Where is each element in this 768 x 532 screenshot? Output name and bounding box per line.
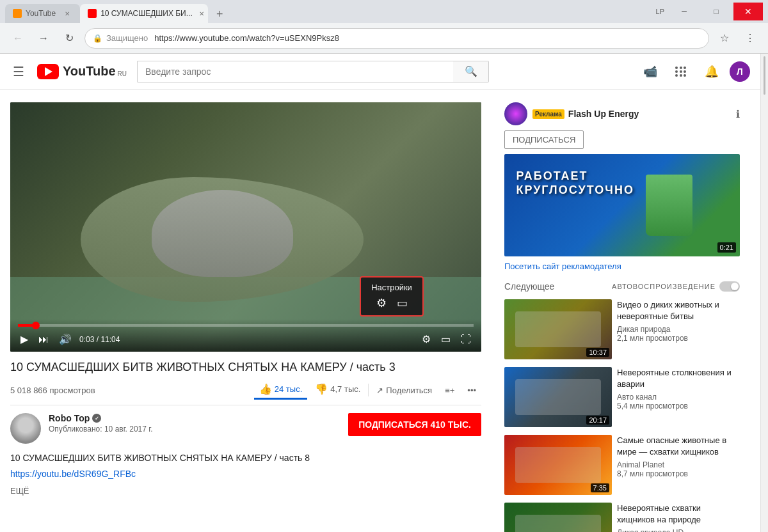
tab-close-lumpics[interactable]: ✕ bbox=[62, 8, 72, 19]
settings-icons-row: ⚙ ▭ bbox=[369, 296, 415, 310]
ad-subscribe-button[interactable]: ПОДПИСАТЬСЯ bbox=[504, 130, 584, 149]
video-info-2: Невероятные столкновения и аварии Авто к… bbox=[617, 367, 740, 427]
search-input[interactable] bbox=[137, 61, 453, 82]
stats-separator bbox=[368, 384, 369, 396]
video-info-3: Самые опасные животные в мире — схватки … bbox=[617, 435, 740, 495]
thumbs-up-icon: 👍 bbox=[259, 383, 272, 395]
dislike-button[interactable]: 👎 4,7 тыс. bbox=[310, 380, 365, 400]
apps-button[interactable] bbox=[668, 59, 694, 84]
maximize-button[interactable]: □ bbox=[701, 3, 731, 20]
time-current: 0:03 bbox=[79, 335, 94, 344]
like-section: 👍 24 тыс. 👎 4,7 тыс. ↗ Поделиться bbox=[254, 380, 481, 400]
youtube-logo-text: YouTube bbox=[63, 64, 116, 79]
like-count: 24 тыс. bbox=[275, 384, 302, 394]
minimize-button[interactable]: − bbox=[669, 3, 699, 20]
thumb-blur-3 bbox=[515, 447, 601, 483]
video-animal-shape bbox=[152, 190, 293, 278]
tabs-area: YouTube ✕ 10 СУМАСШЕДШИХ БИ... ✕ + bbox=[5, 0, 656, 23]
list-item[interactable]: 7:35 Самые опасные животные в мире — схв… bbox=[504, 435, 740, 495]
time-total: 11:04 bbox=[100, 335, 120, 344]
user-avatar[interactable]: Л bbox=[730, 61, 750, 82]
hamburger-menu-icon[interactable]: ☰ bbox=[10, 61, 27, 82]
progress-bar[interactable] bbox=[18, 324, 474, 327]
video-main: Настройки ⚙ ▭ bbox=[10, 102, 481, 532]
channel-avatar[interactable] bbox=[10, 413, 41, 444]
channel-avatar-image bbox=[10, 413, 41, 444]
address-bar: ← → ↻ 🔒 Защищено https://www.youtube.com… bbox=[0, 23, 768, 54]
list-item[interactable]: 10:37 Видео о диких животных и невероятн… bbox=[504, 299, 740, 359]
thumb-overlay-4 bbox=[504, 503, 612, 532]
video-views-1: 2,1 млн просмотров bbox=[617, 334, 740, 343]
tab-close-youtube[interactable]: ✕ bbox=[199, 8, 204, 19]
youtube-logo-icon bbox=[37, 64, 59, 79]
new-tab-button[interactable]: + bbox=[211, 5, 228, 23]
list-item[interactable]: 20:17 Невероятные столкновения и аварии … bbox=[504, 367, 740, 427]
apps-dot bbox=[680, 66, 682, 69]
youtube-logo[interactable]: YouTube RU bbox=[37, 64, 127, 79]
apps-dot bbox=[684, 74, 686, 77]
back-button[interactable]: ← bbox=[8, 28, 28, 49]
like-button[interactable]: 👍 24 тыс. bbox=[254, 380, 307, 400]
apps-dot bbox=[680, 74, 682, 77]
subscribe-button[interactable]: ПОДПИСАТЬСЯ 410 ТЫС. bbox=[348, 413, 481, 436]
miniplayer-button[interactable]: ▭ bbox=[438, 332, 453, 347]
autoplay-toggle[interactable] bbox=[719, 281, 740, 292]
close-window-button[interactable]: ✕ bbox=[733, 3, 763, 20]
video-title: 10 СУМАСШЕДШИХ БИТВ ЖИВОТНЫХ СНЯТЫХ НА К… bbox=[10, 359, 481, 375]
video-duration-2: 20:17 bbox=[586, 416, 609, 425]
next-button[interactable]: ⏭ bbox=[36, 332, 51, 347]
fullscreen-button[interactable]: ⛶ bbox=[458, 332, 474, 347]
tab-lumpics[interactable]: YouTube ✕ bbox=[5, 4, 80, 23]
apps-icon bbox=[675, 66, 687, 77]
settings-tooltip-label: Настройки bbox=[371, 283, 412, 292]
video-thumbnail-2: 20:17 bbox=[504, 367, 612, 427]
ad-visit-link[interactable]: Посетить сайт рекламодателя bbox=[504, 262, 740, 271]
forward-button[interactable]: → bbox=[33, 28, 54, 49]
show-more-link[interactable]: ЕЩЁ bbox=[10, 486, 481, 496]
video-title-3: Самые опасные животные в мире — схватки … bbox=[617, 435, 740, 458]
description-link[interactable]: https://youtu.be/dSR69G_RFBc bbox=[10, 467, 481, 481]
progress-dot bbox=[32, 322, 40, 329]
list-item[interactable]: 15:42 Невероятные схватки хищников на пр… bbox=[504, 503, 740, 532]
apps-dot bbox=[680, 70, 682, 73]
settings-button[interactable]: ⚙ bbox=[419, 332, 433, 347]
tab-label-lumpics: YouTube bbox=[26, 9, 56, 18]
channel-details: Robo Top ✓ Опубликовано: 10 авг. 2017 г. bbox=[49, 413, 340, 434]
channel-name: Robo Top ✓ bbox=[49, 413, 340, 423]
ad-bottle-image bbox=[646, 175, 693, 236]
ad-channel-avatar[interactable] bbox=[504, 102, 527, 125]
video-stats: 5 018 866 просмотров 👍 24 тыс. 👎 4,7 тыс… bbox=[10, 380, 481, 405]
ad-thumbnail[interactable]: РАБОТАЕТКРУГЛОСУТОЧНО 0:21 bbox=[504, 154, 740, 256]
more-options-button[interactable]: ••• bbox=[462, 383, 481, 398]
bookmark-button[interactable]: ☆ bbox=[714, 28, 735, 49]
dislike-count: 4,7 тыс. bbox=[330, 384, 360, 394]
refresh-button[interactable]: ↻ bbox=[59, 28, 79, 49]
url-bar[interactable]: 🔒 Защищено https://www.youtube.com/watch… bbox=[84, 28, 709, 49]
miniplayer-icon[interactable]: ▭ bbox=[397, 296, 408, 310]
controls-row: ▶ ⏭ 🔊 0:03 / 11:04 ⚙ ▭ ⛶ bbox=[18, 332, 474, 347]
add-icon: ≡+ bbox=[445, 386, 454, 395]
share-button[interactable]: ↗ Поделиться bbox=[371, 383, 437, 398]
apps-dot bbox=[675, 70, 678, 73]
volume-button[interactable]: 🔊 bbox=[56, 332, 74, 347]
add-to-playlist-button[interactable]: ≡+ bbox=[440, 383, 460, 398]
ad-info-icon[interactable]: ℹ bbox=[736, 108, 740, 120]
video-camera-button[interactable]: 📹 bbox=[637, 59, 663, 84]
search-button[interactable]: 🔍 bbox=[453, 61, 489, 82]
main-content: ☰ YouTube RU 🔍 📹 bbox=[0, 54, 760, 532]
notifications-button[interactable]: 🔔 bbox=[699, 59, 724, 84]
scrollbar-thumb[interactable] bbox=[764, 56, 765, 95]
ad-thumbnail-text: РАБОТАЕТКРУГЛОСУТОЧНО bbox=[516, 169, 634, 197]
video-views-2: 5,4 млн просмотров bbox=[617, 402, 740, 411]
play-button[interactable]: ▶ bbox=[18, 332, 31, 347]
browser-menu-button[interactable]: ⋮ bbox=[740, 28, 760, 49]
ad-section: Реклама Flash Up Energy ℹ ПОДПИСАТЬСЯ РА… bbox=[494, 102, 750, 271]
apps-dot bbox=[684, 70, 686, 73]
tab-favicon-youtube bbox=[88, 9, 97, 18]
scrollbar[interactable] bbox=[760, 54, 768, 532]
tab-youtube[interactable]: 10 СУМАСШЕДШИХ БИ... ✕ bbox=[80, 4, 208, 23]
sidebar: Реклама Flash Up Energy ℹ ПОДПИСАТЬСЯ РА… bbox=[494, 102, 750, 532]
settings-gear-icon[interactable]: ⚙ bbox=[376, 296, 387, 310]
video-player[interactable]: Настройки ⚙ ▭ bbox=[10, 102, 481, 352]
autoplay-area: АВТОВОСПРОИЗВЕДЕНИЕ bbox=[612, 281, 740, 292]
